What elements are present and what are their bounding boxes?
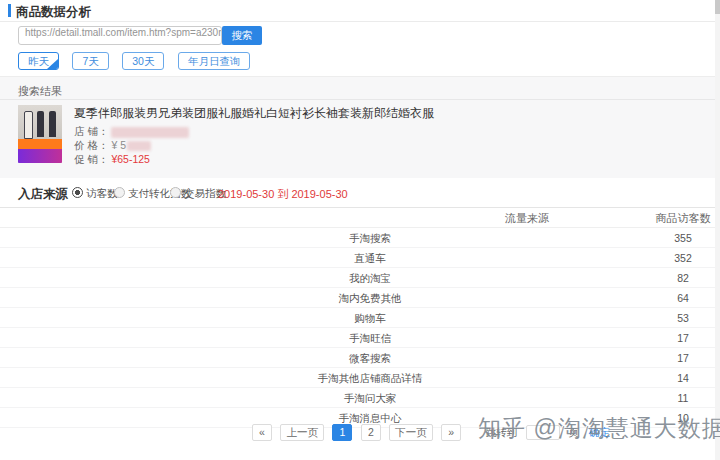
pagination-prev-button[interactable]: 上一页: [280, 424, 324, 441]
entry-source-section: 入店来源 访客数 支付转化指数 交易指数 2019-05-30 到 2019-0…: [0, 178, 720, 208]
promo-line: 促 销：¥65-125: [74, 153, 150, 165]
traffic-source-table: 流量来源 商品访客数 手淘搜索355 直通车352 我的淘宝82 淘内免费其他6…: [0, 207, 720, 428]
promo-value: ¥65-125: [111, 153, 150, 165]
product-thumbnail[interactable]: [18, 105, 62, 163]
radio-selected-icon: [72, 187, 83, 198]
table-row[interactable]: 手淘其他店铺商品详情14: [0, 368, 720, 388]
entry-source-title: 入店来源: [18, 186, 68, 203]
price-label: 价 格：: [74, 139, 108, 151]
column-header-visitors: 商品访客数: [652, 211, 714, 226]
jump-page-input[interactable]: [526, 425, 560, 440]
search-button[interactable]: 搜索: [222, 26, 262, 45]
page-header: 商品数据分析: [0, 0, 720, 22]
table-header-row: 流量来源 商品访客数: [0, 207, 720, 228]
title-accent-bar: [8, 4, 11, 17]
page-unit-label: 页: [568, 424, 579, 441]
pagination-page-1[interactable]: 1: [332, 424, 352, 441]
date-filter-group: 昨天 7天 30天 年月日查询: [18, 52, 259, 70]
price-redacted: [127, 141, 151, 151]
table-row[interactable]: 我的淘宝82: [0, 268, 720, 288]
price-value: ¥ 5: [111, 139, 126, 151]
divider: [0, 99, 720, 100]
filter-yesterday-button[interactable]: 昨天: [18, 52, 59, 70]
item-url-input[interactable]: https://detail.tmall.com/item.htm?spm=a2…: [18, 26, 222, 45]
pagination: « 上一页 1 2 下一页 » 跳转到 页 确定: [252, 424, 610, 442]
product-title[interactable]: 夏季伴郎服装男兄弟装团服礼服婚礼白短衬衫长袖套装新郎结婚衣服: [74, 105, 634, 122]
jump-confirm-button[interactable]: 确定: [589, 424, 610, 441]
date-range-text: 2019-05-30 到 2019-05-30: [218, 187, 348, 202]
filter-custom-date-button[interactable]: 年月日查询: [178, 52, 251, 70]
search-results-label: 搜索结果: [18, 84, 62, 99]
page-title: 商品数据分析: [16, 4, 91, 21]
filter-30days-button[interactable]: 30天: [122, 52, 164, 70]
app-window: 商品数据分析 https://detail.tmall.com/item.htm…: [0, 0, 720, 460]
shop-line: 店 铺：: [74, 125, 189, 137]
radio-unselected-icon: [170, 187, 181, 198]
pagination-next-button[interactable]: 下一页: [389, 424, 433, 441]
table-row[interactable]: 手淘旺信17: [0, 328, 720, 348]
table-row[interactable]: 淘内免费其他64: [0, 288, 720, 308]
radio-unselected-icon: [114, 187, 125, 198]
price-line: 价 格：¥ 5: [74, 139, 151, 151]
promo-label: 促 销：: [74, 153, 108, 165]
shop-name-redacted: [111, 127, 189, 138]
table-row[interactable]: 微客搜索17: [0, 348, 720, 368]
filter-7days-button[interactable]: 7天: [72, 52, 108, 70]
column-header-source: 流量来源: [505, 211, 549, 226]
shop-label: 店 铺：: [74, 125, 108, 137]
table-row[interactable]: 手淘搜索355: [0, 228, 720, 248]
pagination-page-2[interactable]: 2: [361, 424, 381, 441]
table-row[interactable]: 购物车53: [0, 308, 720, 328]
table-row[interactable]: 手淘问大家11: [0, 388, 720, 408]
radio-visitors[interactable]: 访客数: [72, 187, 118, 201]
pagination-first-button[interactable]: «: [252, 424, 272, 441]
scrollbar-track[interactable]: [715, 0, 720, 460]
pagination-last-button[interactable]: »: [441, 424, 461, 441]
scrollbar-thumb[interactable]: [715, 0, 720, 14]
search-results-section: 搜索结果 夏季伴郎服装男兄弟装团服礼服婚礼白短衬衫长袖套装新郎结婚衣服 店 铺：…: [0, 76, 720, 179]
jump-to-label: 跳转到: [486, 424, 518, 441]
table-row[interactable]: 直通车352: [0, 248, 720, 268]
